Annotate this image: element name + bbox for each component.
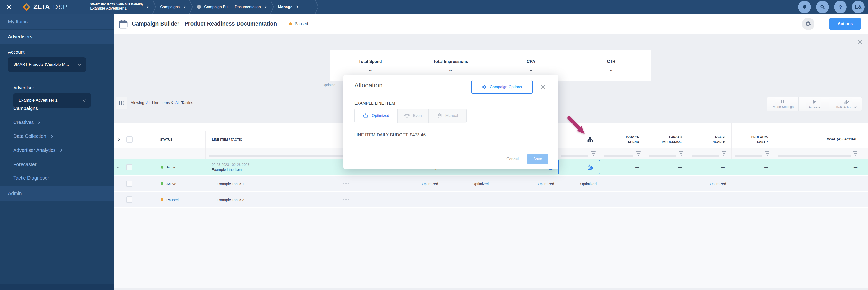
column-header-goal[interactable]: GOAL (A) / ACTUAL [775,131,868,148]
sidebar-item-creatives[interactable]: Creatives [13,120,40,125]
menu-close-icon[interactable] [5,3,13,11]
stat-value: -- [610,68,613,72]
column-settings-button[interactable] [116,97,127,109]
expand-all-header[interactable] [114,131,123,148]
paused-status-dot [161,198,163,201]
row-menu-button[interactable] [343,199,349,200]
cancel-button[interactable]: Cancel [506,157,519,161]
goal-cell: — [775,176,868,191]
column-header-todays-spend[interactable]: TODAY'SSPEND [601,131,646,148]
hand-icon [437,113,442,119]
allocation-selected-editor[interactable] [558,160,600,174]
help-button[interactable]: ? [834,1,847,13]
column-header-status[interactable]: STATUS [135,131,206,148]
bulk-action-button[interactable]: Bulk Action [830,97,862,111]
breadcrumb-campaigns[interactable]: Campaigns [160,5,185,9]
modal-line-item-name: EXAMPLE LINE ITEM [354,101,395,106]
filter-icon[interactable] [636,151,641,156]
filter-spend[interactable] [601,148,646,158]
table-row-tactic-1[interactable]: Active Example Tactic 1 Optimized Optimi… [114,176,868,192]
robot-icon [586,164,593,170]
row-menu-button[interactable] [343,183,349,184]
sidebar-item-admin[interactable]: Admin [0,186,114,201]
filter-icon[interactable] [853,151,857,156]
chevron-down-icon [78,62,81,66]
filter-allocation[interactable] [558,148,601,158]
sidebar-item-advertisers[interactable]: Advertisers [0,30,114,44]
allocation-cell[interactable] [558,159,601,176]
all-tactics-link[interactable]: All [175,101,180,105]
zeta-dsp-logo[interactable]: ZETA DSP [22,3,68,11]
tactic-name-cell[interactable]: Example Tactic 2 [206,192,358,207]
save-button[interactable]: Save [527,154,548,164]
delivery-health-cell: — [688,159,732,176]
filter-icon[interactable] [591,151,595,156]
sidebar-item-advertiser-analytics[interactable]: Advertiser Analytics [13,147,62,153]
user-avatar[interactable]: L& [852,1,865,13]
row-checkbox[interactable] [123,176,135,191]
row-checkbox[interactable] [123,159,135,176]
actions-button[interactable]: Actions [829,18,861,30]
chevron-down-icon [83,98,86,101]
sidebar-item-forecaster[interactable]: Forecaster [13,162,37,167]
advertiser-select[interactable]: Example Advertiser 1 [13,93,91,108]
status-text: Paused [166,198,179,202]
filter-icon[interactable] [722,151,726,156]
activate-label: Activate [809,105,820,109]
select-all-checkbox[interactable] [123,131,135,148]
table-row-tactic-2[interactable]: Paused Example Tactic 2 — — — — — — — — … [114,192,868,208]
filter-line-item[interactable] [206,148,358,158]
hidden-cell: Optimized [358,176,442,191]
line-item-name-cell[interactable]: 02-23-2023 - 02-28-2023 Example Line Ite… [206,159,358,176]
tactic-name-cell[interactable]: Example Tactic 1 [206,176,358,191]
breadcrumb-advertiser[interactable]: SMART PROJECTS (VARIABLE MARGIN) Example… [90,3,143,11]
search-button[interactable] [816,1,829,13]
activate-button[interactable]: Activate [799,97,830,111]
sidebar-item-data-collection[interactable]: Data Collection [13,134,52,139]
row-expander[interactable] [114,159,123,176]
breadcrumb-campaign[interactable]: Campaign Buil ... Documentation [197,5,267,9]
segment-manual[interactable]: Manual [429,109,466,122]
campaign-options-button[interactable]: Campaign Options [471,80,533,94]
row-checkbox[interactable] [123,192,135,207]
modal-close-button[interactable] [540,84,546,91]
forecaster-label: Forecaster [13,162,37,167]
line-item-name: Example Line Item [212,168,249,172]
breadcrumb-separator [152,0,156,14]
pause-settings-label: Pause Settings [772,105,794,109]
pause-settings-button[interactable]: Pause Settings [767,97,799,111]
dismiss-stats-button[interactable] [858,40,862,45]
notifications-button[interactable] [798,1,811,13]
column-header-delivery-health[interactable]: DELIV.HEALTH [688,131,732,148]
allocation-cell[interactable]: — [558,192,601,207]
allocation-mode-segmented-control: Optimized Even Manual [354,109,467,123]
stat-value: -- [530,68,532,72]
avatar-initials: L& [855,4,862,10]
chevron-down-icon [117,165,120,168]
filter-icon[interactable] [679,151,683,156]
column-header-performance[interactable]: PERFORM.LAST 7 [732,131,775,148]
account-select[interactable]: SMART Projects (Variable M... [8,57,86,72]
filter-impressions[interactable] [646,148,688,158]
allocation-cell[interactable]: Optimized [558,176,601,191]
column-header-line-item[interactable]: LINE ITEM / TACTIC [206,131,358,148]
app-screen: ZETA DSP SMART PROJECTS (VARIABLE MARGIN… [0,0,868,290]
filter-performance[interactable] [732,148,775,158]
segment-optimized[interactable]: Optimized [354,109,398,122]
column-header-todays-impressions[interactable]: TODAY'SIMPRESSIO... [646,131,688,148]
chevron-right-icon [117,138,120,141]
sidebar-item-tactic-diagnoser[interactable]: Tactic Diagnoser [13,175,49,181]
all-line-items-link[interactable]: All [146,101,150,105]
filter-delivery[interactable] [688,148,732,158]
play-icon [813,100,816,104]
breadcrumb-manage[interactable]: Manage [278,5,298,9]
hidden-cell: — [358,192,442,207]
filter-icon[interactable] [765,151,769,156]
filter-goal[interactable] [775,148,868,158]
segment-even[interactable]: Even [398,109,429,122]
top-bar: ZETA DSP SMART PROJECTS (VARIABLE MARGIN… [0,0,868,14]
settings-button[interactable] [802,17,814,30]
line-item-header-label: LINE ITEM / TACTIC [212,138,242,141]
sidebar-item-my-items[interactable]: My Items [0,14,114,30]
sidebar-item-campaigns[interactable]: Campaigns [13,106,38,111]
